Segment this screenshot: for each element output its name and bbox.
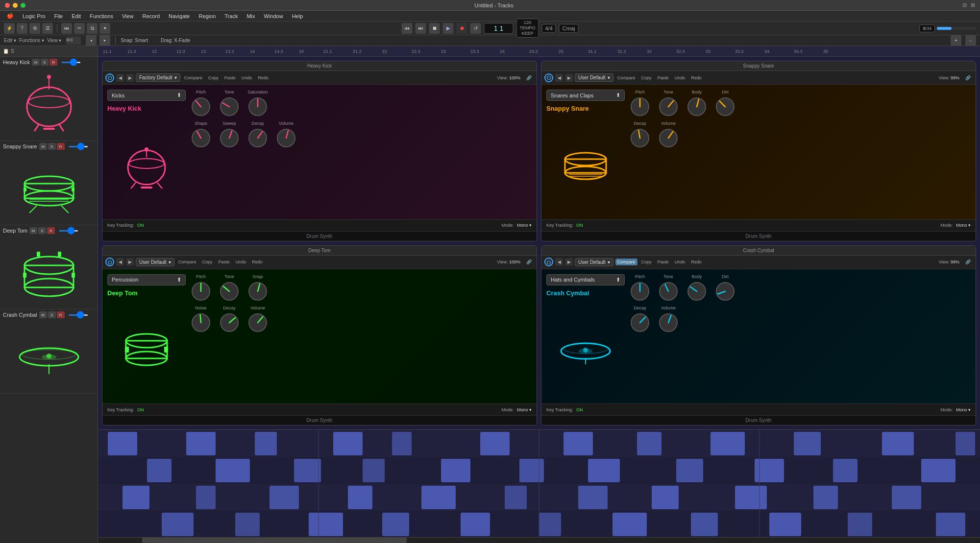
- undo-btn-kick[interactable]: Undo: [240, 74, 254, 81]
- menu-track[interactable]: Track: [220, 12, 242, 20]
- track-solo-3[interactable]: S: [38, 227, 46, 234]
- tone-knob-cymbal[interactable]: [658, 281, 679, 302]
- category-selector-kick[interactable]: Kicks ⬆: [107, 90, 186, 101]
- tone-knob-kick[interactable]: [219, 96, 240, 117]
- power-button-cymbal[interactable]: ⏻: [544, 258, 553, 266]
- redo-btn-tom[interactable]: Redo: [250, 259, 265, 265]
- tone-knob-tom[interactable]: [219, 281, 240, 302]
- compare-btn-kick[interactable]: Compare: [182, 74, 204, 81]
- track-volume-4[interactable]: [69, 314, 88, 316]
- pitch-knob-kick[interactable]: [191, 96, 211, 117]
- pitch-knob-cymbal[interactable]: [630, 281, 650, 302]
- copy-btn-tom[interactable]: Copy: [200, 259, 215, 265]
- toolbar-btn-3[interactable]: ⚙: [29, 23, 40, 34]
- track-controls-3[interactable]: M S R: [29, 227, 55, 234]
- copy-btn-kick[interactable]: Copy: [206, 74, 220, 81]
- body-knob-cymbal[interactable]: [686, 281, 707, 302]
- link-btn-kick[interactable]: 🔗: [524, 74, 534, 81]
- menu-help[interactable]: Help: [288, 12, 307, 20]
- undo-btn-snare[interactable]: Undo: [673, 74, 687, 81]
- power-button-kick[interactable]: ⏻: [105, 73, 114, 82]
- menu-app[interactable]: Logic Pro: [19, 12, 49, 20]
- menu-record[interactable]: Record: [139, 12, 164, 20]
- toolbar2-btn2[interactable]: ▸: [99, 35, 110, 46]
- volume-knob-snare[interactable]: [658, 128, 679, 148]
- copy-btn-cymbal[interactable]: Copy: [639, 259, 654, 265]
- track-record-3[interactable]: R: [47, 227, 55, 234]
- link-btn-cymbal[interactable]: 🔗: [963, 259, 973, 265]
- category-selector-snare[interactable]: Snares and Claps ⬆: [546, 90, 625, 101]
- toolbar-btn-2[interactable]: ?: [17, 23, 27, 34]
- compare-btn-snare[interactable]: Compare: [615, 74, 637, 81]
- dirt-knob-snare[interactable]: [715, 96, 735, 117]
- toolbar2-btn1[interactable]: ◂: [86, 35, 97, 46]
- play-button[interactable]: ▶: [443, 23, 454, 34]
- nav-prev-tom[interactable]: ◀: [116, 258, 124, 266]
- toolbar2-view[interactable]: View ▾: [47, 38, 61, 43]
- menu-window[interactable]: Window: [260, 12, 287, 20]
- menu-file[interactable]: File: [50, 12, 67, 20]
- menu-functions[interactable]: Functions: [86, 12, 117, 20]
- preset-dropdown-cymbal[interactable]: User Default ▾: [575, 258, 613, 266]
- saturation-knob-kick[interactable]: [247, 96, 268, 117]
- horizontal-scrollbar[interactable]: [98, 537, 980, 543]
- decay-knob-kick[interactable]: [247, 128, 268, 148]
- bpm-display[interactable]: 120TEMPOKEEP: [516, 19, 539, 37]
- dirt-knob-cymbal[interactable]: [715, 281, 735, 302]
- tone-knob-snare[interactable]: [658, 96, 679, 117]
- track-mute-1[interactable]: M: [32, 59, 40, 66]
- menu-navigate[interactable]: Navigate: [165, 12, 194, 20]
- paste-btn-kick[interactable]: Paste: [222, 74, 238, 81]
- position-display[interactable]: 1 1: [484, 23, 514, 34]
- body-knob-snare[interactable]: [686, 96, 707, 117]
- compare-btn-cymbal[interactable]: Compare: [615, 259, 637, 265]
- zoom-out-btn[interactable]: -: [965, 35, 976, 46]
- compare-btn-tom[interactable]: Compare: [176, 259, 198, 265]
- category-selector-cymbal[interactable]: Hats and Cymbals ⬆: [546, 274, 625, 285]
- toolbar2-edit[interactable]: Edit ▾: [4, 38, 16, 43]
- minimize-button[interactable]: [13, 3, 18, 8]
- toolbar-btn-5[interactable]: ⏮: [61, 23, 72, 34]
- toolbar-btn-1[interactable]: ⚡: [4, 23, 15, 34]
- menu-apple[interactable]: 🍎: [3, 12, 18, 20]
- cycle-button[interactable]: ↺: [470, 23, 481, 34]
- stop-button[interactable]: ⏹: [429, 23, 440, 34]
- maximize-button[interactable]: [21, 3, 25, 8]
- track-record-4[interactable]: R: [57, 311, 65, 318]
- track-volume-3[interactable]: [59, 230, 78, 232]
- noise-knob-tom[interactable]: [191, 312, 211, 333]
- nav-next-cymbal[interactable]: ▶: [565, 258, 573, 266]
- toolbar-btn-8[interactable]: ✦: [99, 23, 110, 34]
- track-mute-3[interactable]: M: [29, 227, 37, 234]
- menu-mix[interactable]: Mix: [243, 12, 259, 20]
- undo-btn-cymbal[interactable]: Undo: [673, 259, 687, 265]
- nav-next-kick[interactable]: ▶: [126, 74, 134, 82]
- menu-view[interactable]: View: [118, 12, 138, 20]
- sweep-knob-kick[interactable]: [219, 128, 240, 148]
- link-btn-snare[interactable]: 🔗: [963, 74, 973, 81]
- paste-btn-tom[interactable]: Paste: [217, 259, 232, 265]
- rewind-button[interactable]: ⏮: [402, 23, 413, 34]
- toolbar2-functions[interactable]: Functions ▾: [19, 38, 44, 43]
- track-controls-2[interactable]: M S R: [39, 143, 65, 150]
- volume-knob-kick[interactable]: [276, 128, 296, 148]
- category-selector-tom[interactable]: Percussion ⬆: [107, 274, 186, 285]
- track-solo-4[interactable]: S: [48, 311, 56, 318]
- pitch-knob-snare[interactable]: [630, 96, 650, 117]
- decay-knob-cymbal[interactable]: [630, 312, 650, 333]
- nav-prev-cymbal[interactable]: ◀: [555, 258, 563, 266]
- link-btn-tom[interactable]: 🔗: [524, 259, 534, 265]
- nav-next-tom[interactable]: ▶: [126, 258, 134, 266]
- track-mute-2[interactable]: M: [39, 143, 47, 150]
- time-sig-display[interactable]: 4/4: [542, 24, 556, 33]
- menu-region[interactable]: Region: [195, 12, 220, 20]
- track-controls-4[interactable]: M S R: [39, 311, 65, 318]
- toolbar-btn-6[interactable]: ✂: [74, 23, 85, 34]
- copy-btn-snare[interactable]: Copy: [639, 74, 654, 81]
- shape-knob-kick[interactable]: [191, 128, 211, 148]
- decay-knob-snare[interactable]: [630, 128, 650, 148]
- menu-edit[interactable]: Edit: [68, 12, 85, 20]
- nav-next-snare[interactable]: ▶: [565, 74, 573, 82]
- track-record-2[interactable]: R: [57, 143, 65, 150]
- redo-btn-cymbal[interactable]: Redo: [689, 259, 704, 265]
